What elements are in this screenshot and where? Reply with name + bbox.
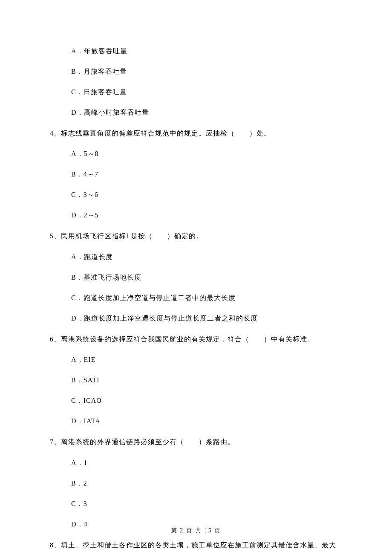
q3-option-a: A．年旅客吞吐量 [71, 47, 392, 56]
q3-option-b: B．月旅客吞吐量 [71, 67, 392, 76]
q4-option-c: C．3～6 [71, 191, 392, 199]
q6-text: 6、离港系统设备的选择应符合我国民航业的有关规定，符合（ ）中有关标准。 [50, 335, 349, 344]
q5-option-a: A．跑道长度 [71, 253, 392, 262]
q8-text: 8、填土、挖土和借土各作业区的各类土壤，施工单位应在施工前测定其最佳含水量、最大 [50, 541, 349, 550]
q7-option-b: B．2 [71, 479, 392, 488]
q5-option-c: C．跑道长度加上净空道与停止道二者中的最大长度 [71, 294, 392, 303]
q6-option-c: C．ICAO [71, 396, 392, 405]
q4-option-a: A．5～8 [71, 150, 392, 159]
q5-option-b: B．基准飞行场地长度 [71, 273, 392, 282]
page-container: A．年旅客吞吐量 B．月旅客吞吐量 C．日旅客吞吐量 D．高峰小时旅客吞吐量 4… [0, 0, 392, 555]
q3-option-d: D．高峰小时旅客吞吐量 [71, 108, 392, 117]
q7-option-c: C．3 [71, 500, 392, 509]
q7-text: 7、离港系统的外界通信链路必须至少有（ ）条路由。 [50, 437, 349, 447]
q7-option-a: A．1 [71, 459, 392, 468]
q6-option-a: A．EIE [71, 356, 392, 364]
q4-option-d: D．2～5 [71, 211, 392, 220]
q4-option-b: B．4～7 [71, 170, 392, 179]
q4-text: 4、标志线垂直角度的偏差应符合规范中的规定。应抽检（ ）处。 [50, 129, 349, 138]
q5-text: 5、民用机场飞行区指标I 是按（ ）确定的。 [50, 231, 349, 241]
q3-option-c: C．日旅客吞吐量 [71, 88, 392, 97]
page-footer: 第 2 页 共 15 页 [0, 527, 392, 535]
q6-option-d: D．IATA [71, 417, 392, 426]
q5-option-d: D．跑道长度加上净空遭长度与停止道长度二者之和的长度 [71, 314, 392, 323]
q6-option-b: B．SATI [71, 376, 392, 385]
